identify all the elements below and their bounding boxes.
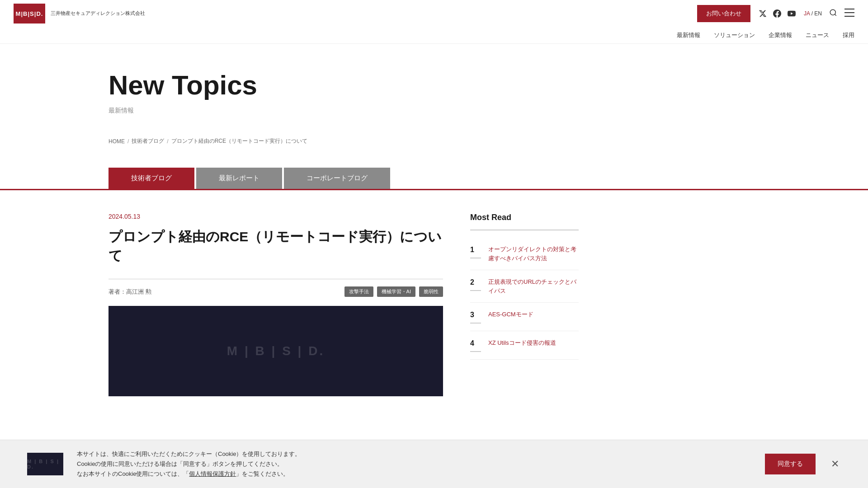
lang-sep: /: [811, 10, 813, 17]
main-nav: 最新情報 ソリューション 企業情報 ニュース 採用: [0, 27, 868, 43]
breadcrumb-sep2: /: [167, 138, 168, 145]
article-date: 2024.05.13: [108, 213, 443, 220]
breadcrumb-section-link[interactable]: 技術者ブログ: [132, 137, 164, 145]
most-read-item-1: 1 オープンリダイレクトの対策と考慮すべきバイパス方法: [470, 238, 579, 270]
most-read-num-line-1: [470, 258, 481, 258]
header-top-bar: M|B|S|D. 三井物産セキュアディレクション株式会社 お問い合わせ JA /: [0, 0, 868, 27]
most-read-link-4[interactable]: XZ Utilsコード侵害の報道: [488, 338, 556, 347]
article-image: M | B | S | D.: [108, 306, 443, 396]
most-read-link-2[interactable]: 正規表現でのURLのチェックとバイパス: [488, 277, 579, 295]
most-read-list: 1 オープンリダイレクトの対策と考慮すべきバイパス方法 2 正規表現でのURLの…: [470, 238, 579, 360]
company-name: 三井物産セキュアディレクション株式会社: [51, 10, 145, 17]
hero-subtitle: 最新情報: [108, 107, 868, 115]
lang-en[interactable]: EN: [814, 10, 822, 17]
article-tags: 攻撃手法 機械学習・AI 脆弱性: [344, 286, 443, 297]
logo-text: M|B|S|D.: [16, 10, 43, 17]
most-read-title: Most Read: [470, 213, 579, 230]
tab-tech-blog[interactable]: 技術者ブログ: [108, 168, 194, 189]
most-read-num-2: 2: [470, 277, 479, 286]
search-icon[interactable]: [829, 9, 837, 19]
main-content-area: 2024.05.13 プロンプト経由のRCE（リモートコード実行）について 著者…: [0, 190, 868, 419]
nav-news[interactable]: ニュース: [806, 31, 829, 39]
article-meta: 著者：高江洲 勲 攻撃手法 機械学習・AI 脆弱性: [108, 279, 443, 297]
tab-section: 技術者ブログ 最新レポート コーポレートブログ: [0, 168, 868, 190]
most-read-num-1: 1: [470, 245, 479, 254]
contact-button[interactable]: お問い合わせ: [697, 5, 750, 22]
most-read-num-line-2: [470, 290, 481, 291]
nav-company-info[interactable]: 企業情報: [769, 31, 792, 39]
svg-point-0: [830, 9, 835, 15]
most-read-num-container-1: 1: [470, 245, 481, 258]
breadcrumb-section: HOME / 技術者ブログ / プロンプト経由のRCE（リモートコード実行）につ…: [0, 128, 868, 154]
most-read-num-line-4: [470, 351, 481, 352]
tag-attack[interactable]: 攻撃手法: [344, 286, 373, 297]
most-read-item-4: 4 XZ Utilsコード侵害の報道: [470, 331, 579, 360]
nav-latest-info[interactable]: 最新情報: [677, 31, 700, 39]
breadcrumb-home[interactable]: HOME: [108, 138, 125, 145]
most-read-link-3[interactable]: AES-GCMモード: [488, 310, 533, 319]
breadcrumb-current: プロンプト経由のRCE（リモートコード実行）について: [171, 137, 307, 145]
svg-rect-3: [844, 12, 854, 13]
most-read-num-container-2: 2: [470, 277, 481, 291]
most-read-item-2: 2 正規表現でのURLのチェックとバイパス: [470, 270, 579, 303]
tab-latest-report[interactable]: 最新レポート: [196, 168, 282, 189]
tag-ai[interactable]: 機械学習・AI: [377, 286, 415, 297]
youtube-icon[interactable]: [787, 9, 797, 19]
most-read-num-4: 4: [470, 338, 479, 347]
tab-bar: 技術者ブログ 最新レポート コーポレートブログ: [108, 168, 868, 189]
svg-rect-2: [844, 9, 854, 9]
logo-box[interactable]: M|B|S|D.: [14, 4, 45, 23]
twitter-x-icon[interactable]: [758, 9, 768, 19]
hamburger-menu-icon[interactable]: [844, 9, 854, 19]
lang-ja[interactable]: JA: [804, 10, 810, 17]
most-read-num-line-3: [470, 323, 481, 324]
page-content: New Topics 最新情報 HOME / 技術者ブログ / プロンプト経由の…: [0, 43, 868, 419]
hero-section: New Topics 最新情報: [0, 43, 868, 128]
svg-line-1: [835, 14, 836, 15]
nav-solutions[interactable]: ソリューション: [714, 31, 755, 39]
header-right-area: お問い合わせ JA / EN: [697, 5, 854, 22]
tag-vuln[interactable]: 脆弱性: [419, 286, 443, 297]
most-read-num-3: 3: [470, 310, 479, 319]
image-watermark: M | B | S | D.: [227, 344, 325, 358]
most-read-num-container-4: 4: [470, 338, 481, 352]
facebook-icon[interactable]: [772, 9, 782, 19]
most-read-num-container-3: 3: [470, 310, 481, 324]
svg-rect-4: [844, 16, 854, 17]
tab-corporate-blog[interactable]: コーポレートブログ: [284, 168, 390, 189]
breadcrumb-sep1: /: [127, 138, 129, 145]
sidebar-most-read: Most Read 1 オープンリダイレクトの対策と考慮すべきバイパス方法 2 …: [470, 213, 579, 396]
article-author: 著者：高江洲 勲: [108, 288, 151, 296]
nav-recruit[interactable]: 採用: [843, 31, 854, 39]
language-switcher[interactable]: JA / EN: [804, 10, 822, 17]
site-header: M|B|S|D. 三井物産セキュアディレクション株式会社 お問い合わせ JA /: [0, 0, 868, 44]
logo-area: M|B|S|D. 三井物産セキュアディレクション株式会社: [14, 4, 145, 23]
breadcrumb: HOME / 技術者ブログ / プロンプト経由のRCE（リモートコード実行）につ…: [108, 137, 868, 145]
most-read-link-1[interactable]: オープンリダイレクトの対策と考慮すべきバイパス方法: [488, 245, 579, 263]
most-read-item-3: 3 AES-GCMモード: [470, 303, 579, 331]
article-title: プロンプト経由のRCE（リモートコード実行）について: [108, 227, 443, 265]
social-icons-group: [758, 9, 797, 19]
page-title: New Topics: [108, 70, 868, 100]
article-section: 2024.05.13 プロンプト経由のRCE（リモートコード実行）について 著者…: [108, 213, 443, 396]
